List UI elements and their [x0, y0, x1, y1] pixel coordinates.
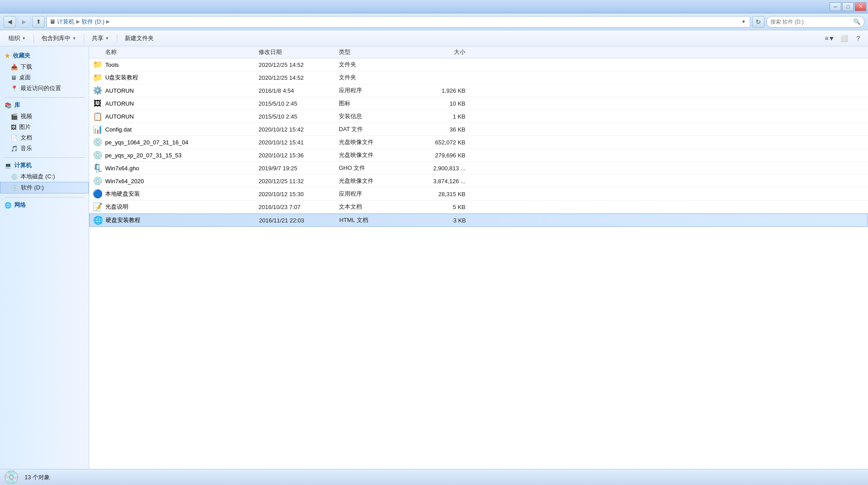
- toolbar-right: ≡▼ ⬜ ?: [823, 33, 864, 44]
- sidebar-item-picture[interactable]: 🖼 图片: [0, 122, 89, 132]
- sidebar: ★ 收藏夹 📥 下载 🖥 桌面 📍 最近访问的位置 📚 库: [0, 46, 89, 469]
- forward-button[interactable]: ▶: [18, 16, 30, 28]
- close-button[interactable]: ✕: [855, 2, 866, 11]
- table-row[interactable]: 🔵 本地硬盘安装 2020/10/12 15:30 应用程序 28,315 KB: [89, 188, 868, 201]
- search-bar: 🔍: [766, 16, 864, 28]
- file-type-icon: 💿: [93, 176, 103, 186]
- picture-icon: 🖼: [11, 124, 16, 131]
- file-type-label: GHO 文件: [339, 164, 410, 172]
- new-folder-button[interactable]: 新建文件夹: [120, 32, 159, 45]
- sidebar-item-desktop[interactable]: 🖥 桌面: [0, 72, 89, 83]
- table-row[interactable]: 🗜️ Win7x64.gho 2019/9/7 19:25 GHO 文件 2,9…: [89, 162, 868, 175]
- drive-c-icon: 💿: [11, 173, 18, 180]
- file-type-icon: 🔵: [93, 189, 103, 199]
- file-size: 1 KB: [410, 113, 473, 120]
- file-type-icon: 💿: [93, 150, 103, 160]
- file-type-label: 安装信息: [339, 112, 410, 120]
- file-date: 2016/1/8 4:54: [259, 87, 339, 94]
- up-button[interactable]: ⬆: [32, 16, 45, 28]
- file-type-icon: 📊: [93, 124, 103, 134]
- file-name-cell: 📁 Tools: [89, 60, 259, 70]
- file-name-cell: 📊 Config.dat: [89, 124, 259, 134]
- file-name: AUTORUN: [105, 87, 134, 94]
- file-size: 5 KB: [410, 204, 473, 210]
- refresh-button[interactable]: ↻: [752, 16, 765, 28]
- table-row[interactable]: 📝 光盘说明 2016/10/23 7:07 文本文档 5 KB: [89, 201, 868, 214]
- file-date: 2015/5/10 2:45: [259, 113, 339, 120]
- drive-d-icon: 💿: [11, 185, 18, 191]
- file-date: 2016/10/23 7:07: [259, 204, 339, 210]
- add-to-lib-chevron: ▼: [72, 36, 76, 41]
- sidebar-item-drive-c[interactable]: 💿 本地磁盘 (C:): [0, 171, 89, 182]
- col-header-date[interactable]: 修改日期: [259, 48, 339, 56]
- table-row[interactable]: 🌐 硬盘安装教程 2016/11/21 22:03 HTML 文档 3 KB: [89, 214, 868, 227]
- sidebar-computer-header[interactable]: 💻 计算机: [0, 160, 89, 171]
- preview-pane-button[interactable]: ⬜: [838, 33, 850, 44]
- table-row[interactable]: 📁 U盘安装教程 2020/12/25 14:52 文件夹: [89, 71, 868, 84]
- table-row[interactable]: 📁 Tools 2020/12/25 14:52 文件夹: [89, 58, 868, 71]
- file-size: 3,874,126 ...: [410, 178, 473, 185]
- organize-button[interactable]: 组织 ▼: [4, 32, 31, 45]
- file-list: 📁 Tools 2020/12/25 14:52 文件夹 📁 U盘安装教程 20…: [89, 58, 868, 227]
- file-date: 2015/5/10 2:45: [259, 100, 339, 107]
- file-date: 2020/10/12 15:30: [259, 191, 339, 197]
- sidebar-item-document[interactable]: 📄 文档: [0, 132, 89, 143]
- file-type-icon: ⚙️: [93, 86, 103, 95]
- search-input[interactable]: [770, 19, 852, 25]
- file-name: 光盘说明: [105, 203, 128, 211]
- sidebar-network-header[interactable]: 🌐 网络: [0, 199, 89, 211]
- file-name-cell: 📁 U盘安装教程: [89, 73, 259, 82]
- file-type-label: DAT 文件: [339, 125, 410, 133]
- table-row[interactable]: 📊 Config.dat 2020/10/12 15:42 DAT 文件 36 …: [89, 123, 868, 136]
- file-name-cell: 💿 pe_yqs_xp_20_07_31_15_53: [89, 150, 259, 160]
- col-header-type[interactable]: 类型: [339, 48, 410, 56]
- file-type-label: 应用程序: [339, 190, 410, 198]
- back-button[interactable]: ◀: [4, 16, 16, 28]
- sidebar-item-recent[interactable]: 📍 最近访问的位置: [0, 83, 89, 94]
- file-name: pe_yqs_xp_20_07_31_15_53: [105, 152, 181, 159]
- network-icon: 🌐: [4, 202, 12, 209]
- file-name-cell: 📝 光盘说明: [89, 202, 259, 212]
- file-name-cell: 💿 Win7x64_2020: [89, 176, 259, 186]
- recent-icon: 📍: [11, 85, 18, 92]
- table-row[interactable]: 📋 AUTORUN 2015/5/10 2:45 安装信息 1 KB: [89, 110, 868, 123]
- search-icon[interactable]: 🔍: [853, 18, 860, 25]
- table-row[interactable]: 💿 pe_yqs_1064_20_07_31_16_04 2020/10/12 …: [89, 136, 868, 149]
- sidebar-item-music[interactable]: 🎵 音乐: [0, 143, 89, 154]
- file-date: 2020/10/12 15:41: [259, 139, 339, 146]
- file-type-icon: 💿: [93, 137, 103, 147]
- sidebar-library-header[interactable]: 📚 库: [0, 99, 89, 111]
- file-name: AUTORUN: [105, 100, 134, 107]
- library-icon: 📚: [4, 102, 12, 109]
- sidebar-divider-2: [4, 157, 84, 158]
- file-name-cell: 📋 AUTORUN: [89, 111, 259, 121]
- breadcrumb-drive[interactable]: 软件 (D:): [82, 18, 104, 26]
- file-size: 36 KB: [410, 126, 473, 133]
- add-to-library-button[interactable]: 包含到库中 ▼: [37, 32, 81, 45]
- help-button[interactable]: ?: [852, 33, 864, 44]
- sidebar-favorites-header[interactable]: ★ 收藏夹: [0, 50, 89, 62]
- share-button[interactable]: 共享 ▼: [87, 32, 114, 45]
- file-type-icon: 📁: [93, 73, 103, 82]
- file-name-cell: 🖼 AUTORUN: [89, 99, 259, 108]
- col-header-name[interactable]: 名称: [89, 48, 259, 56]
- sidebar-item-download[interactable]: 📥 下载: [0, 62, 89, 72]
- file-name: U盘安装教程: [105, 74, 138, 82]
- view-dropdown-button[interactable]: ≡▼: [823, 33, 836, 44]
- breadcrumb-bar: 🖥 计算机 ▶ 软件 (D:) ▶ ▼: [46, 16, 750, 28]
- maximize-button[interactable]: □: [842, 2, 854, 11]
- minimize-button[interactable]: ─: [830, 2, 841, 11]
- table-row[interactable]: 💿 pe_yqs_xp_20_07_31_15_53 2020/10/12 15…: [89, 149, 868, 162]
- sidebar-item-video[interactable]: 🎬 视频: [0, 111, 89, 122]
- nav-bar: ◀ ▶ ⬆ 🖥 计算机 ▶ 软件 (D:) ▶ ▼ ↻ 🔍: [0, 13, 868, 30]
- sidebar-item-drive-d[interactable]: 💿 软件 (D:): [0, 182, 89, 193]
- file-name-cell: ⚙️ AUTORUN: [89, 86, 259, 95]
- table-row[interactable]: 💿 Win7x64_2020 2020/12/25 11:32 光盘映像文件 3…: [89, 175, 868, 188]
- table-row[interactable]: 🖼 AUTORUN 2015/5/10 2:45 图标 10 KB: [89, 97, 868, 110]
- table-row[interactable]: ⚙️ AUTORUN 2016/1/8 4:54 应用程序 1,926 KB: [89, 84, 868, 97]
- sidebar-section-computer: 💻 计算机 💿 本地磁盘 (C:) 💿 软件 (D:): [0, 160, 89, 193]
- breadcrumb-dropdown[interactable]: ▼: [740, 16, 747, 27]
- breadcrumb-computer[interactable]: 计算机: [57, 18, 74, 26]
- col-header-size[interactable]: 大小: [410, 48, 473, 56]
- status-drive-icon: 💿: [4, 470, 19, 485]
